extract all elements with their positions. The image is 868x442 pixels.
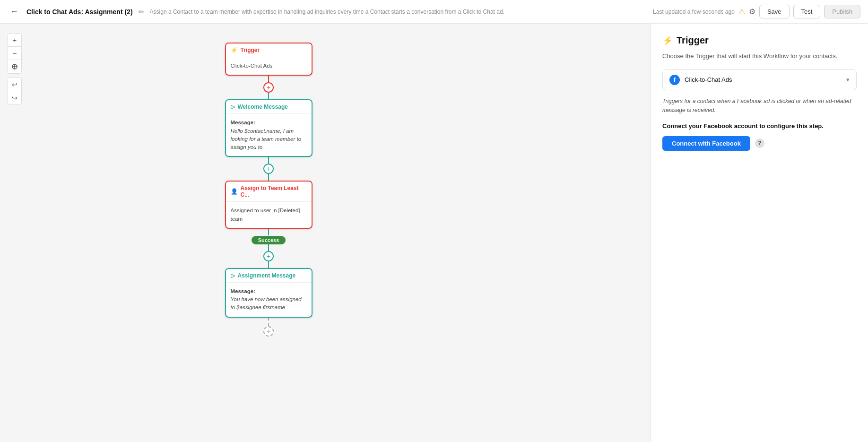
canvas-controls: + − ↩ ↪ bbox=[8, 33, 22, 105]
dotted-line bbox=[268, 318, 269, 326]
assignment-node-label: Assignment Message bbox=[238, 272, 296, 279]
line-7 bbox=[268, 261, 269, 268]
publish-button[interactable]: Publish bbox=[824, 5, 860, 18]
trigger-node[interactable]: ⚡ Trigger Click-to-Chat Ads bbox=[225, 43, 312, 76]
add-node-btn-4[interactable]: + bbox=[263, 326, 274, 337]
welcome-node-label: Welcome Message bbox=[238, 104, 288, 110]
connect-facebook-button[interactable]: Connect with Facebook bbox=[662, 136, 750, 151]
trigger-select-dropdown[interactable]: f Click-to-Chat Ads ▾ bbox=[662, 69, 857, 90]
welcome-content-label: Message: bbox=[231, 120, 255, 125]
success-badge-container: Success bbox=[252, 235, 286, 244]
assign-node-header: 👤 Assign to Team Least C... bbox=[226, 182, 312, 202]
trigger-select-label: Click-to-Chat Ads bbox=[685, 76, 732, 83]
add-node-btn-2[interactable]: + bbox=[263, 164, 274, 174]
zoom-out-button[interactable]: − bbox=[8, 47, 21, 60]
main-area: + − ↩ ↪ ⚡ bbox=[0, 24, 868, 442]
panel-title-row: ⚡ Trigger bbox=[662, 35, 857, 46]
facebook-icon: f bbox=[669, 75, 680, 85]
workflow-nodes: ⚡ Trigger Click-to-Chat Ads + ▷ bbox=[221, 43, 316, 442]
chevron-down-icon: ▾ bbox=[846, 76, 850, 83]
line-4 bbox=[268, 174, 269, 181]
assignment-node-header: ▷ Assignment Message bbox=[226, 269, 312, 283]
trigger-node-body: Click-to-Chat Ads bbox=[226, 57, 312, 75]
assignment-node-body: Message: You have now been assigned to $… bbox=[226, 283, 312, 317]
assignment-content-label: Message: bbox=[231, 288, 255, 294]
line-1 bbox=[268, 76, 269, 82]
settings-icon[interactable]: ⚙ bbox=[749, 7, 755, 16]
workflow-subtitle: Assign a Contact to a team member with e… bbox=[150, 9, 648, 15]
right-panel: ⚡ Trigger Choose the Trigger that will s… bbox=[651, 24, 868, 442]
assign-icon: 👤 bbox=[231, 188, 238, 195]
assignment-message-node[interactable]: ▷ Assignment Message Message: You have n… bbox=[225, 268, 312, 318]
zoom-in-button[interactable]: + bbox=[8, 34, 21, 47]
undo-button[interactable]: ↩ bbox=[8, 78, 21, 91]
assignment-icon: ▷ bbox=[231, 272, 235, 279]
assign-node-content: Assigned to user in [Deleted] team bbox=[231, 208, 300, 221]
warning-icon: ⚠ bbox=[738, 7, 745, 16]
trigger-node-header: ⚡ Trigger bbox=[226, 43, 312, 57]
header: ← Click to Chat Ads: Assignment (2) ✏ As… bbox=[0, 0, 868, 24]
trigger-node-content: Click-to-Chat Ads bbox=[231, 63, 273, 69]
line-6 bbox=[268, 244, 269, 251]
fit-button[interactable] bbox=[8, 60, 21, 73]
line-2 bbox=[268, 93, 269, 99]
trigger-node-label: Trigger bbox=[241, 47, 260, 53]
panel-description: Choose the Trigger that will start this … bbox=[662, 52, 857, 61]
connector-2: + bbox=[263, 157, 274, 181]
back-button[interactable]: ← bbox=[8, 5, 21, 18]
add-node-btn-3[interactable]: + bbox=[263, 251, 274, 261]
welcome-message-node[interactable]: ▷ Welcome Message Message: Hello $contac… bbox=[225, 99, 312, 157]
trigger-icon: ⚡ bbox=[231, 47, 238, 53]
assignment-content-body: You have now been assigned to $assignee.… bbox=[231, 296, 302, 310]
undo-controls: ↩ ↪ bbox=[8, 78, 22, 105]
line-5 bbox=[268, 229, 269, 235]
panel-lightning-icon: ⚡ bbox=[662, 35, 673, 46]
trigger-select-left: f Click-to-Chat Ads bbox=[669, 75, 732, 85]
header-actions: Last updated a few seconds ago ⚠ ⚙ Save … bbox=[653, 5, 860, 18]
bottom-connector: + bbox=[263, 318, 274, 337]
redo-button[interactable]: ↪ bbox=[8, 91, 21, 104]
welcome-node-header: ▷ Welcome Message bbox=[226, 100, 312, 114]
zoom-controls: + − bbox=[8, 33, 22, 74]
assign-node[interactable]: 👤 Assign to Team Least C... Assigned to … bbox=[225, 181, 312, 229]
save-button[interactable]: Save bbox=[759, 5, 790, 18]
add-node-btn-1[interactable]: + bbox=[263, 82, 274, 93]
welcome-node-body: Message: Hello $contact.name, I am looki… bbox=[226, 114, 312, 156]
line-3 bbox=[268, 157, 269, 164]
last-updated: Last updated a few seconds ago bbox=[653, 9, 735, 15]
success-badge: Success bbox=[252, 236, 286, 244]
connect-label: Connect your Facebook account to configu… bbox=[662, 122, 857, 130]
test-button[interactable]: Test bbox=[793, 5, 821, 18]
workflow-title: Click to Chat Ads: Assignment (2) bbox=[26, 8, 133, 16]
welcome-icon: ▷ bbox=[231, 104, 235, 110]
panel-title: Trigger bbox=[677, 35, 709, 46]
assign-node-label: Assign to Team Least C... bbox=[241, 185, 307, 198]
workflow-canvas: + − ↩ ↪ ⚡ bbox=[0, 24, 651, 442]
help-icon[interactable]: ? bbox=[755, 139, 764, 148]
connect-row: Connect with Facebook ? bbox=[662, 136, 857, 151]
welcome-content-body: Hello $contact.name, I am looking for a … bbox=[231, 128, 302, 150]
assign-node-body: Assigned to user in [Deleted] team bbox=[226, 202, 312, 228]
workflow-flow: ⚡ Trigger Click-to-Chat Ads + ▷ bbox=[0, 24, 651, 442]
connector-1: + bbox=[263, 76, 274, 99]
edit-title-icon[interactable]: ✏ bbox=[139, 8, 144, 16]
success-connector: Success + bbox=[252, 229, 286, 268]
trigger-info-text: Triggers for a contact when a Facebook a… bbox=[662, 97, 857, 115]
